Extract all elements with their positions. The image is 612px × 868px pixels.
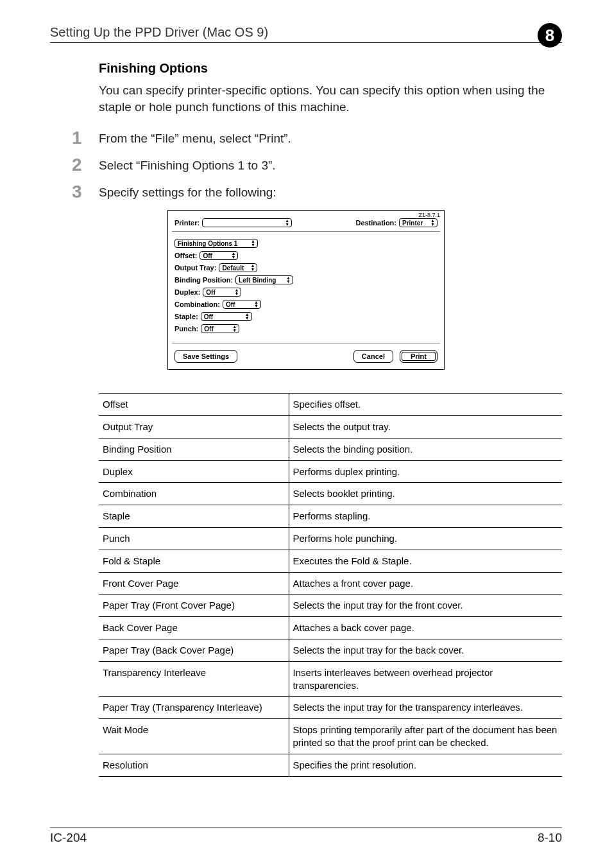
updown-icon xyxy=(234,288,239,296)
offset-select[interactable]: Off xyxy=(200,251,238,260)
option-desc: Selects booklet printing. xyxy=(289,483,562,505)
option-name: Back Cover Page xyxy=(99,617,289,639)
table-row: Fold & StapleExecutes the Fold & Staple. xyxy=(99,550,562,572)
chapter-badge: 8 xyxy=(538,23,562,48)
footer-page: 8-10 xyxy=(538,831,562,845)
option-label: Punch: xyxy=(174,325,198,333)
step-number: 3 xyxy=(50,183,99,201)
option-row: Binding Position: Left Binding xyxy=(174,275,438,284)
table-row: Paper Tray (Back Cover Page)Selects the … xyxy=(99,639,562,662)
option-name: Resolution xyxy=(99,754,289,776)
destination-value: Printer xyxy=(402,219,423,227)
table-row: Output TraySelects the output tray. xyxy=(99,416,562,438)
option-name: Paper Tray (Back Cover Page) xyxy=(99,639,289,662)
option-desc: Performs duplex printing. xyxy=(289,460,562,483)
table-row: OffsetSpecifies offset. xyxy=(99,394,562,416)
panel-value: Finishing Options 1 xyxy=(178,239,237,248)
option-desc: Inserts interleaves between overhead pro… xyxy=(289,661,562,697)
option-name: Punch xyxy=(99,528,289,550)
option-value: Off xyxy=(204,325,213,333)
print-button[interactable]: Print xyxy=(400,350,438,363)
table-row: Paper Tray (Front Cover Page)Selects the… xyxy=(99,595,562,617)
option-desc: Selects the output tray. xyxy=(289,416,562,438)
option-label: Combination: xyxy=(174,300,220,308)
option-desc: Attaches a front cover page. xyxy=(289,572,562,595)
section-intro: You can specify printer-specific options… xyxy=(99,82,562,115)
option-value: Left Binding xyxy=(239,276,276,284)
option-desc: Stops printing temporarily after part of… xyxy=(289,719,562,754)
option-row: Staple: Off xyxy=(174,312,438,321)
option-name: Fold & Staple xyxy=(99,550,289,572)
option-label: Binding Position: xyxy=(174,276,233,284)
updown-icon xyxy=(430,219,435,227)
table-row: Front Cover PageAttaches a front cover p… xyxy=(99,572,562,595)
step: 1 From the “File” menu, select “Print”. xyxy=(50,129,562,147)
dialog-version: Z1-8.7.1 xyxy=(168,211,444,218)
save-settings-button[interactable]: Save Settings xyxy=(174,350,237,363)
updown-icon xyxy=(285,219,289,227)
step: 2 Select “Finishing Options 1 to 3”. xyxy=(50,156,562,174)
option-value: Off xyxy=(226,300,235,309)
punch-select[interactable]: Off xyxy=(201,324,239,333)
panel-select[interactable]: Finishing Options 1 xyxy=(174,239,258,248)
step-number: 2 xyxy=(50,156,99,174)
step-text: Specify settings for the following: xyxy=(99,183,276,201)
option-desc: Selects the binding position. xyxy=(289,438,562,460)
option-desc: Performs stapling. xyxy=(289,505,562,528)
table-row: DuplexPerforms duplex printing. xyxy=(99,460,562,483)
option-value: Off xyxy=(203,252,212,260)
option-name: Front Cover Page xyxy=(99,572,289,595)
destination-select[interactable]: Printer xyxy=(399,218,438,227)
updown-icon xyxy=(251,239,255,247)
running-header: Setting Up the PPD Driver (Mac OS 9) 8 xyxy=(50,23,562,43)
option-value: Off xyxy=(206,288,215,297)
chapter-number: 8 xyxy=(545,26,554,46)
option-value: Default xyxy=(222,264,244,272)
option-name: Output Tray xyxy=(99,416,289,438)
binding-position-select[interactable]: Left Binding xyxy=(235,275,293,284)
option-name: Staple xyxy=(99,505,289,528)
option-desc: Executes the Fold & Staple. xyxy=(289,550,562,572)
option-desc: Selects the input tray for the front cov… xyxy=(289,595,562,617)
table-row: Transparency InterleaveInserts interleav… xyxy=(99,661,562,697)
option-name: Duplex xyxy=(99,460,289,483)
option-label: Staple: xyxy=(174,313,198,320)
staple-select[interactable]: Off xyxy=(201,312,252,321)
table-row: Wait ModeStops printing temporarily afte… xyxy=(99,719,562,754)
updown-icon xyxy=(245,313,250,320)
option-desc: Performs hole punching. xyxy=(289,528,562,550)
option-name: Offset xyxy=(99,394,289,416)
cancel-button[interactable]: Cancel xyxy=(353,350,393,363)
step-text: From the “File” menu, select “Print”. xyxy=(99,129,291,147)
section-heading: Finishing Options xyxy=(99,61,562,76)
table-row: PunchPerforms hole punching. xyxy=(99,528,562,550)
option-name: Paper Tray (Front Cover Page) xyxy=(99,595,289,617)
option-row: Punch: Off xyxy=(174,324,438,333)
combination-select[interactable]: Off xyxy=(223,300,261,309)
destination-label: Destination: xyxy=(355,219,396,227)
updown-icon xyxy=(232,325,237,333)
updown-icon xyxy=(286,276,291,284)
option-row: Output Tray: Default xyxy=(174,263,438,272)
running-title: Setting Up the PPD Driver (Mac OS 9) xyxy=(50,25,268,40)
option-row: Combination: Off xyxy=(174,300,438,309)
output-tray-select[interactable]: Default xyxy=(219,263,257,272)
updown-icon xyxy=(232,252,236,259)
options-table: OffsetSpecifies offset.Output TraySelect… xyxy=(99,393,562,776)
footer-model: IC-204 xyxy=(50,831,87,845)
option-name: Wait Mode xyxy=(99,719,289,754)
option-name: Combination xyxy=(99,483,289,505)
option-row: Offset: Off xyxy=(174,251,438,260)
option-value: Off xyxy=(204,313,213,321)
step: 3 Specify settings for the following: xyxy=(50,183,562,201)
option-desc: Specifies the print resolution. xyxy=(289,754,562,776)
option-desc: Attaches a back cover page. xyxy=(289,617,562,639)
printer-select[interactable] xyxy=(202,218,292,227)
page-footer: IC-204 8-10 xyxy=(50,828,562,845)
duplex-select[interactable]: Off xyxy=(203,288,241,297)
option-row: Duplex: Off xyxy=(174,288,438,297)
updown-icon xyxy=(250,264,255,272)
option-name: Paper Tray (Transparency Interleave) xyxy=(99,697,289,719)
table-row: CombinationSelects booklet printing. xyxy=(99,483,562,505)
option-desc: Selects the input tray for the back cove… xyxy=(289,639,562,662)
